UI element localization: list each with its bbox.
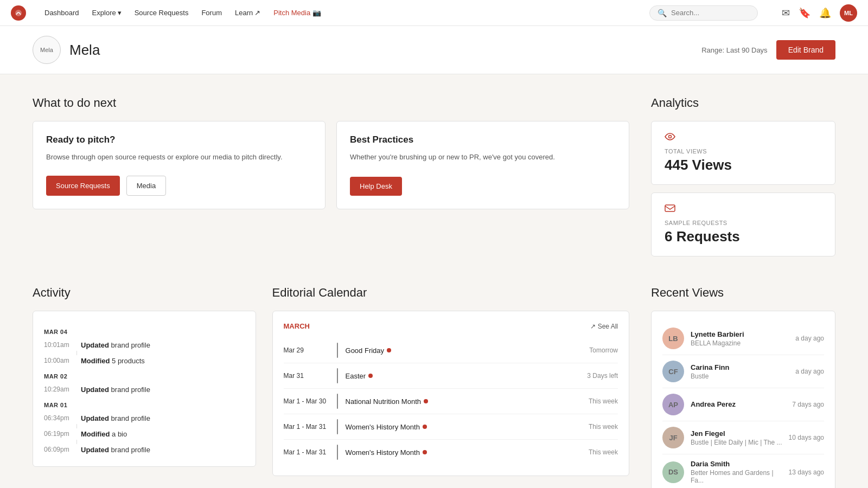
cal-event: Women's History Month xyxy=(346,448,570,457)
nav-pitch-media[interactable]: Pitch Media 📷 xyxy=(268,5,327,20)
what-next-title: What to do next xyxy=(33,96,629,110)
source-requests-button[interactable]: Source Requests xyxy=(46,176,120,196)
analytics-title: Analytics xyxy=(651,96,835,110)
pitch-card-desc: Browse through open source requests or e… xyxy=(46,152,312,163)
sample-requests-value: 6 Requests xyxy=(665,228,822,245)
sample-requests-card: SAMPLE REQUESTS 6 Requests xyxy=(651,192,835,256)
recent-views-section: Recent Views LB Lynette Barbieri BELLA M… xyxy=(651,286,835,488)
activity-time: 06:09pm xyxy=(44,446,74,454)
mail-analytics-icon xyxy=(665,204,675,215)
brand-header: Mela Mela Range: Last 90 Days Edit Brand xyxy=(0,26,868,74)
best-practices-title: Best Practices xyxy=(350,134,616,145)
search-input[interactable] xyxy=(671,9,750,17)
viewer-info: Lynette Barbieri BELLA Magazine xyxy=(691,330,789,347)
cal-event: Easter xyxy=(346,372,570,380)
user-avatar[interactable]: ML xyxy=(840,4,857,22)
editorial-box: MARCH ↗ See All Mar 29 Good Friday Tomor… xyxy=(272,311,629,476)
bottom-left-section: Activity MAR 04 10:01am Updated brand pr… xyxy=(33,286,629,488)
chevron-down-icon: ▾ xyxy=(118,9,122,17)
activity-section: Activity MAR 04 10:01am Updated brand pr… xyxy=(33,286,256,488)
action-cards: Ready to pitch? Browse through open sour… xyxy=(33,121,629,209)
viewer-pub: Bustle xyxy=(691,373,789,380)
activity-time: 10:29am xyxy=(44,386,74,394)
cal-row: Mar 29 Good Friday Tomorrow xyxy=(284,338,618,363)
editorial-header: MARCH ↗ See All xyxy=(284,322,618,330)
viewer-name: Jen Fiegel xyxy=(691,429,782,438)
activity-time: 10:01am xyxy=(44,341,74,349)
cal-date: Mar 29 xyxy=(284,346,333,354)
cal-row: Mar 31 Easter 3 Days left xyxy=(284,363,618,389)
see-all-button[interactable]: ↗ See All xyxy=(590,323,618,330)
viewer-info: Carina Finn Bustle xyxy=(691,363,789,380)
viewer-row: JF Jen Fiegel Bustle | Elite Daily | Mic… xyxy=(662,421,824,454)
eye-icon xyxy=(665,132,675,143)
nav-learn[interactable]: Learn ↗ xyxy=(229,5,266,20)
brand-name: Mela xyxy=(69,42,100,59)
activity-time: 06:19pm xyxy=(44,430,74,438)
cal-date: Mar 31 xyxy=(284,372,333,380)
recent-views-box: LB Lynette Barbieri BELLA Magazine a day… xyxy=(651,311,835,488)
total-views-label: TOTAL VIEWS xyxy=(665,148,822,155)
cal-when: Tomorrow xyxy=(575,346,618,354)
total-views-value: 445 Views xyxy=(665,157,822,174)
activity-row: 10:01am Updated brand profile xyxy=(44,339,245,351)
activity-row: 10:29am Updated brand profile xyxy=(44,384,245,395)
editorial-month: MARCH xyxy=(284,322,310,330)
brand-header-right: Range: Last 90 Days Edit Brand xyxy=(701,40,835,60)
nav-dashboard[interactable]: Dashboard xyxy=(39,5,85,20)
cal-date: Mar 1 - Mar 31 xyxy=(284,423,333,431)
viewer-name: Carina Finn xyxy=(691,363,789,371)
viewer-avatar: AP xyxy=(662,394,684,415)
activity-date-mar02: MAR 02 xyxy=(44,373,245,380)
bell-icon[interactable]: 🔔 xyxy=(819,7,831,19)
edit-brand-button[interactable]: Edit Brand xyxy=(776,40,835,60)
cal-row: Mar 1 - Mar 30 National Nutrition Month … xyxy=(284,389,618,414)
cal-line xyxy=(337,368,338,383)
editorial-section: Editorial Calendar MARCH ↗ See All Mar 2… xyxy=(272,286,629,488)
activity-time: 10:00am xyxy=(44,357,74,365)
svg-rect-2 xyxy=(665,205,675,211)
svg-point-1 xyxy=(669,136,672,138)
what-to-do-next-section: What to do next Ready to pitch? Browse t… xyxy=(33,96,629,264)
media-button[interactable]: Media xyxy=(126,176,166,196)
viewer-pub: BELLA Magazine xyxy=(691,339,789,347)
cal-date: Mar 1 - Mar 30 xyxy=(284,397,333,405)
activity-time: 06:34pm xyxy=(44,414,74,422)
total-views-card: TOTAL VIEWS 445 Views xyxy=(651,121,835,185)
viewer-row: AP Andrea Perez 7 days ago xyxy=(662,388,824,421)
viewer-time: 13 days ago xyxy=(789,468,824,476)
search-bar: 🔍 xyxy=(649,5,758,21)
cal-event: Women's History Month xyxy=(346,423,570,431)
cal-dot xyxy=(368,374,373,378)
sample-requests-label: SAMPLE REQUESTS xyxy=(665,220,822,226)
help-desk-button[interactable]: Help Desk xyxy=(350,177,402,196)
nav-forum[interactable]: Forum xyxy=(196,5,227,20)
cal-event: Good Friday xyxy=(346,346,570,355)
best-practices-actions: Help Desk xyxy=(350,177,616,196)
activity-text: Updated brand profile xyxy=(81,341,150,349)
cal-row: Mar 1 - Mar 31 Women's History Month Thi… xyxy=(284,414,618,440)
activity-text: Modified a bio xyxy=(81,430,127,438)
viewer-time: a day ago xyxy=(795,368,824,375)
nav-source-requests[interactable]: Source Requests xyxy=(129,5,194,20)
cal-when: This week xyxy=(575,448,618,456)
recent-views-title: Recent Views xyxy=(651,286,835,300)
nav-explore[interactable]: Explore ▾ xyxy=(87,5,127,20)
activity-row: 06:19pm Modified a bio xyxy=(44,428,245,440)
activity-row: 06:09pm Updated brand profile xyxy=(44,444,245,455)
viewer-name: Lynette Barbieri xyxy=(691,330,789,338)
activity-row: 10:00am Modified 5 products xyxy=(44,355,245,367)
cal-dot xyxy=(423,425,427,429)
mail-icon[interactable]: ✉ xyxy=(782,7,790,19)
top-navigation: Dashboard Explore ▾ Source Requests Foru… xyxy=(0,0,868,26)
viewer-avatar: CF xyxy=(662,361,684,382)
viewer-name: Andrea Perez xyxy=(691,400,786,408)
main-content: What to do next Ready to pitch? Browse t… xyxy=(0,74,868,488)
cal-date: Mar 1 - Mar 31 xyxy=(284,448,333,456)
cal-line xyxy=(337,419,338,434)
viewer-info: Andrea Perez xyxy=(691,400,786,409)
viewer-row: DS Daria Smith Better Homes and Gardens … xyxy=(662,454,824,488)
editorial-title: Editorial Calendar xyxy=(272,286,629,300)
pitch-card-title: Ready to pitch? xyxy=(46,134,312,145)
bookmark-icon[interactable]: 🔖 xyxy=(799,7,810,19)
